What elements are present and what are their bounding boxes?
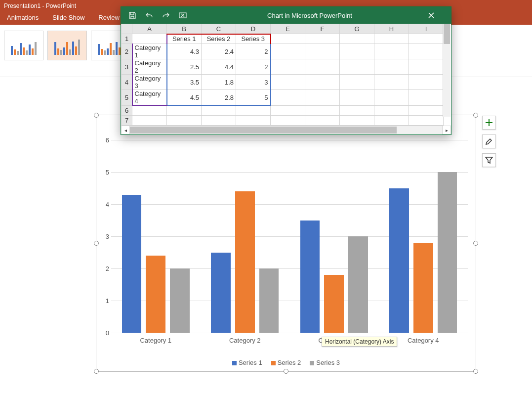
cell[interactable] [374, 90, 409, 106]
row-header[interactable]: 1 [122, 34, 132, 44]
cell[interactable]: Category 4 [132, 90, 167, 106]
cell[interactable]: 2 [236, 59, 271, 75]
column-header[interactable]: E [271, 24, 305, 34]
row-header[interactable]: 7 [122, 115, 132, 125]
cell[interactable] [305, 105, 340, 115]
cell[interactable] [409, 90, 444, 106]
row-header[interactable]: 5 [122, 90, 132, 106]
cell[interactable] [340, 59, 374, 75]
x-axis-label[interactable]: Category 2 [201, 333, 290, 344]
vertical-scrollbar[interactable] [443, 24, 450, 117]
cell[interactable] [167, 105, 202, 115]
row-header[interactable]: 2 [122, 44, 132, 59]
cell[interactable]: Series 3 [236, 34, 271, 44]
column-header[interactable]: C [202, 24, 236, 34]
scroll-left-button[interactable]: ◂ [121, 126, 130, 134]
cell[interactable] [340, 44, 374, 59]
cell[interactable] [374, 115, 409, 125]
cell[interactable] [132, 115, 167, 125]
cell[interactable] [340, 34, 374, 44]
column-header[interactable]: G [340, 24, 374, 34]
save-button[interactable] [124, 7, 141, 24]
cell[interactable] [236, 115, 271, 125]
chart-style-thumb[interactable] [4, 31, 43, 60]
cell[interactable]: 3 [236, 75, 271, 90]
cell[interactable] [236, 105, 271, 115]
cell[interactable] [374, 44, 409, 59]
chart-object[interactable]: Chart Title 0123456Category 1Category 2C… [96, 115, 476, 372]
data-bar[interactable] [324, 275, 344, 333]
cell[interactable] [374, 75, 409, 90]
cell[interactable]: 4.3 [167, 44, 202, 59]
cell[interactable]: Series 2 [202, 34, 236, 44]
column-header[interactable]: A [132, 24, 167, 34]
resize-handle[interactable] [284, 369, 288, 374]
cell[interactable] [271, 75, 305, 90]
chart-filter-button[interactable] [482, 153, 496, 167]
tab-slide-show[interactable]: Slide Show [45, 12, 91, 25]
cell[interactable]: 4.4 [202, 59, 236, 75]
cell[interactable]: 1.8 [202, 75, 236, 90]
tab-animations[interactable]: Animations [0, 12, 45, 25]
data-bar[interactable] [170, 268, 190, 333]
cell[interactable] [305, 90, 340, 106]
column-header[interactable]: D [236, 24, 271, 34]
cell[interactable] [132, 34, 167, 44]
close-button[interactable] [428, 12, 448, 18]
cell[interactable] [340, 115, 374, 125]
cell[interactable]: 2.4 [202, 44, 236, 59]
cell[interactable]: Category 3 [132, 75, 167, 90]
horizontal-scrollbar[interactable]: ◂ ▸ [121, 126, 451, 134]
data-bar[interactable] [146, 256, 165, 333]
cell[interactable]: Category 1 [132, 44, 167, 59]
data-bar[interactable] [122, 195, 142, 333]
data-bar[interactable] [389, 188, 409, 333]
cell[interactable] [374, 34, 409, 44]
cell[interactable] [271, 115, 305, 125]
cell[interactable] [271, 44, 305, 59]
cell[interactable] [305, 59, 340, 75]
x-axis-label[interactable]: Category 1 [111, 333, 201, 344]
undo-button[interactable] [141, 7, 158, 24]
cell[interactable]: 2.8 [202, 90, 236, 106]
chart-legend[interactable]: Series 1 Series 2 Series 3 [96, 359, 476, 366]
cell[interactable] [271, 90, 305, 106]
select-all-cell[interactable] [122, 24, 132, 34]
cell[interactable] [340, 75, 374, 90]
cell[interactable]: Category 2 [132, 59, 167, 75]
data-bar[interactable] [438, 172, 457, 333]
cell[interactable] [305, 75, 340, 90]
scroll-thumb[interactable] [444, 24, 450, 44]
cell[interactable] [374, 59, 409, 75]
data-bar[interactable] [348, 236, 368, 333]
cell[interactable]: 4.5 [167, 90, 202, 106]
chart-data-editor-window[interactable]: Chart in Microsoft PowerPoint ABCDEFGHI1… [121, 6, 451, 135]
cell[interactable] [305, 34, 340, 44]
row-header[interactable]: 4 [122, 75, 132, 90]
resize-handle[interactable] [473, 241, 478, 246]
resize-handle[interactable] [473, 113, 478, 118]
scroll-thumb[interactable] [130, 127, 397, 133]
cell[interactable] [202, 105, 236, 115]
cell[interactable]: 2.5 [167, 59, 202, 75]
cell[interactable] [409, 75, 444, 90]
redo-button[interactable] [158, 7, 174, 24]
column-header[interactable]: H [374, 24, 409, 34]
column-header[interactable]: I [409, 24, 444, 34]
cell[interactable] [340, 105, 374, 115]
cell[interactable] [305, 115, 340, 125]
data-bar[interactable] [413, 243, 433, 333]
cell[interactable]: 2 [236, 44, 271, 59]
scroll-right-button[interactable]: ▸ [442, 126, 451, 134]
cell[interactable] [271, 34, 305, 44]
plot-area[interactable]: 0123456Category 1Category 2Category 3Cat… [111, 140, 468, 333]
cell[interactable] [132, 105, 167, 115]
chart-add-element-button[interactable] [482, 116, 496, 130]
data-grid[interactable]: ABCDEFGHI1Series 1Series 2Series 32Categ… [121, 24, 444, 126]
cell[interactable] [374, 105, 409, 115]
cell[interactable] [340, 90, 374, 106]
cell[interactable] [271, 105, 305, 115]
open-in-excel-button[interactable] [174, 7, 191, 24]
legend-item[interactable]: Series 2 [271, 359, 301, 366]
chart-styles-button[interactable] [482, 134, 496, 148]
